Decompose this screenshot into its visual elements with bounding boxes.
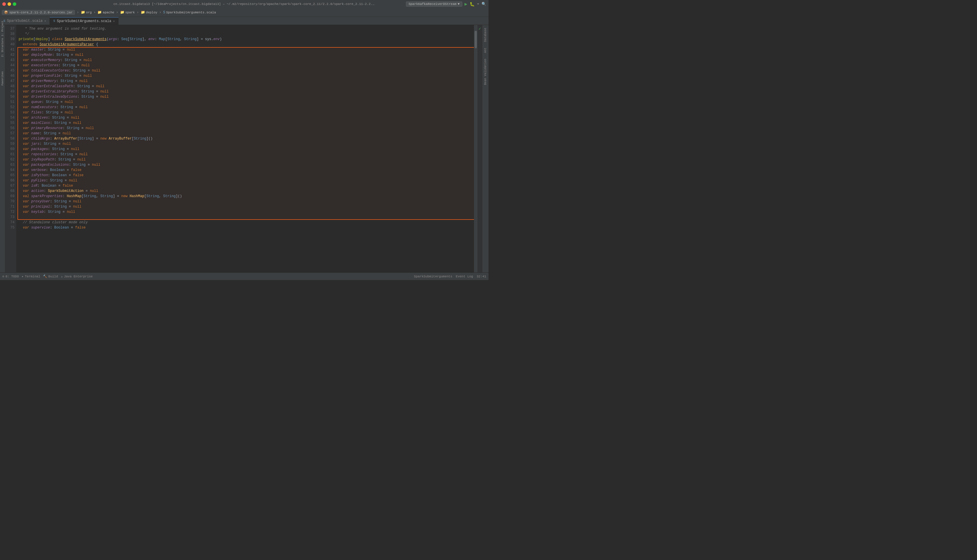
sidebar-item-structure[interactable]: 2: Structure	[0, 45, 5, 50]
breadcrumb-file-label: SparkSubmitArguments.scala	[166, 11, 216, 14]
sidebar-item-favorites[interactable]: Favorites	[0, 76, 5, 81]
search-everywhere-button[interactable]: 🔍	[482, 2, 486, 7]
code-line-71: var principal: String = null	[18, 204, 472, 209]
jar-icon: 📦	[4, 10, 8, 14]
code-line-62: var ivyRepoPath: String = null	[18, 157, 472, 162]
code-line-68: var action: SparkSubmitAction = null	[18, 188, 472, 193]
breadcrumb-apache-label: apache	[103, 11, 114, 14]
terminal-label: Terminal	[25, 275, 40, 278]
window-controls	[2, 2, 16, 6]
maximize-button[interactable]	[13, 2, 16, 6]
code-area[interactable]: 37 38 39 40 41 42 43 44 45 46 47 48 49 5…	[5, 25, 482, 272]
status-build[interactable]: 🔨 Build	[43, 275, 58, 278]
breadcrumb-sep2: ›	[93, 10, 96, 15]
code-line-40: extends SparkSubmitArgumentsParser {	[18, 42, 472, 47]
left-sidebar: 1: Project 2: Structure Favorites	[0, 25, 5, 272]
status-position: 32:41	[477, 275, 486, 278]
code-line-61: var repositories: String = null	[18, 152, 472, 157]
code-line-73	[18, 215, 472, 220]
code-line-51: var queue: String = null	[18, 100, 472, 105]
tab-sparksubmitarguments-icon: S	[53, 20, 55, 23]
breadcrumb-spark[interactable]: 📁 spark	[120, 10, 135, 15]
folder-icon-3: 📁	[120, 10, 125, 15]
run-button[interactable]: ▶	[465, 1, 468, 7]
java-enterprise-icon: ☕	[61, 275, 63, 278]
breadcrumb-org-label: org	[86, 11, 92, 14]
status-java-enterprise[interactable]: ☕ Java Enterprise	[61, 275, 93, 278]
code-line-65: var isPython: Boolean = false	[18, 173, 472, 178]
code-line-43: var executorMemory: String = null	[18, 58, 472, 63]
debug-button[interactable]: 🐛	[470, 2, 475, 7]
code-line-75: var supervise: Boolean = false	[18, 225, 472, 230]
breadcrumb-apache[interactable]: 📁 apache	[97, 10, 114, 15]
sidebar-item-project[interactable]: 1: Project	[0, 26, 5, 31]
right-panel-bean-validation[interactable]: Bean Validation	[484, 59, 487, 85]
code-line-66: var pyFiles: String = null	[18, 178, 472, 183]
java-enterprise-label: Java Enterprise	[64, 275, 93, 278]
event-log-label: Event Log	[456, 275, 473, 278]
code-line-46: var propertiesFile: String = null	[18, 73, 472, 78]
minimize-button[interactable]	[8, 2, 11, 6]
code-line-63: var packagesExclusions: String = null	[18, 162, 472, 167]
code-line-44: var executorCores: String = null	[18, 63, 472, 68]
code-content[interactable]: * The env argument is used for testing. …	[16, 25, 474, 272]
scrollbar[interactable]	[474, 25, 477, 272]
folder-icon-2: 📁	[97, 10, 102, 15]
folder-icon-4: 📁	[141, 10, 145, 15]
tab-sparksubmitarguments-label: SparkSubmitArguments.scala	[57, 19, 111, 23]
tab-sparksubmit-label: SparkSubmit.scala	[7, 19, 42, 23]
status-sparksubmitarguments: SparkSubmitArguments	[414, 275, 452, 278]
code-line-39: private[deploy] class SparkSubmitArgumen…	[18, 37, 472, 42]
position-label: 32:41	[477, 275, 486, 278]
sparksubmitarguments-label: SparkSubmitArguments	[414, 275, 452, 278]
code-line-72: var keytab: String = null	[18, 209, 472, 215]
title-text: cn.itcast.bigdata13 [~/IdeaProjects/cn.i…	[113, 2, 375, 6]
no-errors-indicator: ✓	[478, 26, 481, 31]
main-layout: 1: Project 2: Structure Favorites 37 38 …	[0, 25, 488, 272]
line-numbers: 37 38 39 40 41 42 43 44 45 46 47 48 49 5…	[5, 25, 16, 272]
todo-label: 8: TODO	[5, 275, 19, 278]
folder-icon: 📁	[81, 10, 85, 15]
status-todo[interactable]: ⊙ 8: TODO	[2, 275, 19, 278]
right-panel-ant[interactable]: Ant	[484, 48, 487, 53]
code-line-48: var driverExtraClassPath: String = null	[18, 84, 472, 89]
code-line-59: var jars: String = null	[18, 141, 472, 147]
breadcrumb-org[interactable]: 📁 org	[81, 10, 92, 15]
code-line-57: var name: String = null	[18, 131, 472, 136]
code-line-49: var driverExtraLibraryPath: String = nul…	[18, 89, 472, 94]
scrollbar-thumb[interactable]	[475, 31, 477, 48]
code-line-50: var driverExtraJavaOptions: String = nul…	[18, 94, 472, 100]
code-line-45: var totalExecutorCores: String = null	[18, 68, 472, 73]
tab-sparksubmit-close[interactable]: ✕	[44, 19, 46, 23]
status-left: ⊙ 8: TODO ▸ Terminal 🔨 Build ☕ Java Ente…	[2, 275, 93, 278]
code-line-37: * The env argument is used for testing.	[18, 26, 472, 32]
code-line-47: var driverMemory: String = null	[18, 78, 472, 84]
breadcrumb-spark-label: spark	[125, 11, 135, 14]
coverage-button[interactable]: ☂	[477, 2, 479, 7]
jar-label: 📦 spark-core_2.11-2.2.0-sources.jar	[2, 10, 75, 15]
tab-sparksubmitarguments[interactable]: S SparkSubmitArguments.scala ✕	[50, 17, 118, 25]
build-icon: 🔨	[43, 275, 47, 278]
code-line-42: var deployMode: String = null	[18, 52, 472, 58]
breadcrumb-file[interactable]: S SparkSubmitArguments.scala	[163, 10, 216, 15]
breadcrumb-deploy-label: deploy	[146, 11, 158, 14]
code-line-74: // Standalone cluster mode only	[18, 220, 472, 225]
build-label: Build	[48, 275, 58, 278]
code-line-64: var verbose: Boolean = false	[18, 167, 472, 173]
code-line-56: var primaryResource: String = null	[18, 126, 472, 131]
right-panel-database[interactable]: Database	[484, 28, 487, 42]
todo-icon: ⊙	[2, 275, 4, 278]
breadcrumb-deploy[interactable]: 📁 deploy	[141, 10, 158, 15]
status-event-log[interactable]: Event Log	[456, 275, 473, 278]
right-controls: SparkKafkaReceiverDStream ▼ ▶ 🐛 ☂ 🔍	[406, 1, 486, 7]
breadcrumb-sep3: ›	[116, 10, 118, 15]
run-config-selector[interactable]: SparkKafkaReceiverDStream ▼	[406, 2, 462, 7]
run-config-label: SparkKafkaReceiverDStream	[408, 2, 457, 6]
status-terminal[interactable]: ▸ Terminal	[22, 275, 40, 278]
tab-sparksubmit[interactable]: S SparkSubmit.scala ✕	[0, 17, 50, 25]
code-line-58: var childArgs: ArrayBuffer[String] = new…	[18, 136, 472, 141]
close-button[interactable]	[2, 2, 6, 6]
code-line-53: var files: String = null	[18, 110, 472, 115]
code-line-52: var numExecutors: String = null	[18, 105, 472, 110]
tab-sparksubmitarguments-close[interactable]: ✕	[113, 20, 115, 23]
